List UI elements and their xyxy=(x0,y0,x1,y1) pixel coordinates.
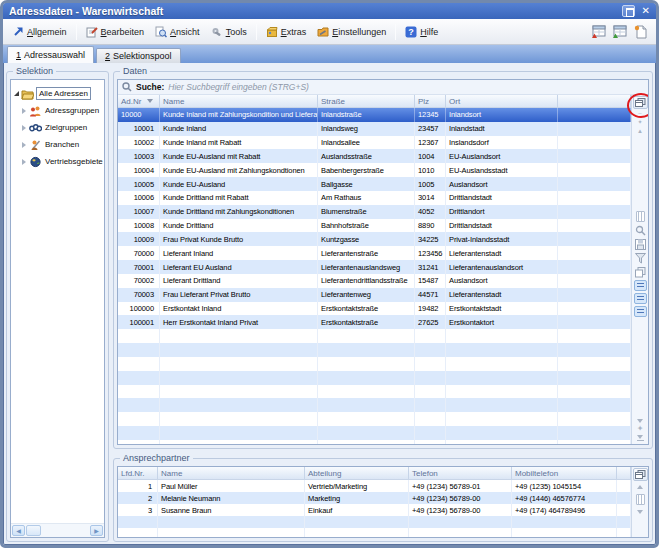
contact-row[interactable]: 1Paul MüllerVertrieb/Marketing+49 (1234)… xyxy=(118,480,631,492)
address-row[interactable] xyxy=(118,440,631,444)
address-row[interactable]: 10003Kunde EU-Ausland mit RabattAuslands… xyxy=(118,149,631,163)
address-row[interactable]: 10001Kunde InlandInlandsweg23457Inlandst… xyxy=(118,122,631,136)
table-import-icon[interactable] xyxy=(611,24,627,39)
chevron-right-icon[interactable] xyxy=(22,108,26,114)
address-row[interactable] xyxy=(118,398,631,412)
menu-item-tools[interactable]: Tools xyxy=(206,24,252,40)
address-row[interactable]: 10007Kunde Drittland mit Zahlungskonditi… xyxy=(118,205,631,219)
horizontal-scrollbar: ◀ ▶ xyxy=(11,523,104,537)
address-row[interactable] xyxy=(118,329,631,343)
address-row[interactable]: 100000Erstkontakt InlandErstkontaktstraß… xyxy=(118,302,631,316)
column-header-filler xyxy=(558,95,631,107)
address-row[interactable]: 10005Kunde EU-AuslandBallgasse1005Auslan… xyxy=(118,177,631,191)
address-row[interactable] xyxy=(118,412,631,426)
grid-tool-strip: – ✦ ▲ xyxy=(631,95,648,444)
address-row[interactable]: 70000Lieferant InlandLieferantenstraße12… xyxy=(118,246,631,260)
menu-item-bearbeiten[interactable]: Bearbeiten xyxy=(81,24,150,40)
restore-icon[interactable] xyxy=(622,5,635,17)
tab-adressauswahl[interactable]: 1 Adressauswahl xyxy=(7,46,94,63)
scroll-down-icon[interactable] xyxy=(637,419,643,423)
grip-icon[interactable] xyxy=(636,211,645,222)
scroll-left-button[interactable]: ◀ xyxy=(12,525,25,536)
menu-item-extras[interactable]: Extras xyxy=(261,24,312,40)
column-header-plz[interactable]: Plz xyxy=(415,95,446,107)
menu-item-ansicht[interactable]: Ansicht xyxy=(150,24,205,40)
column-header-telefon[interactable]: Telefon xyxy=(409,467,512,479)
address-row[interactable]: 10006Kunde Drittland mit RabattAm Rathau… xyxy=(118,191,631,205)
address-row-cell xyxy=(318,357,415,371)
list-view-icon[interactable] xyxy=(634,293,647,304)
address-row[interactable] xyxy=(118,357,631,371)
scroll-thumb[interactable] xyxy=(26,525,41,536)
scroll-down-icon[interactable] xyxy=(637,510,643,514)
scroll-end-icon[interactable] xyxy=(637,435,644,441)
column-header-strasse[interactable]: Straße xyxy=(318,95,415,107)
column-chooser-icon[interactable] xyxy=(633,468,648,481)
address-row-cell xyxy=(558,357,631,371)
address-row[interactable]: 100001Herr Erstkontakt Inland PrivatErst… xyxy=(118,315,631,329)
expander-open-icon[interactable] xyxy=(14,91,19,96)
column-header-lfdnr[interactable]: Lfd.Nr. xyxy=(118,467,158,479)
tree-item-adressgruppen[interactable]: Adressgruppen xyxy=(11,102,104,119)
contact-row[interactable]: 2Melanie NeumannMarketing+49 (1234) 5678… xyxy=(118,492,631,504)
close-icon[interactable]: ✕ xyxy=(642,5,650,17)
contact-row-cell: +49 (1234) 56789-01 xyxy=(409,480,512,492)
chevron-right-icon[interactable] xyxy=(22,125,26,131)
address-row[interactable] xyxy=(118,343,631,357)
tree-item-alle-adressen[interactable]: Alle Adressen xyxy=(11,85,104,102)
contact-row-cell xyxy=(512,528,617,537)
scroll-right-button[interactable]: ▶ xyxy=(90,525,103,536)
address-row[interactable] xyxy=(118,371,631,385)
address-row-cell: Kunde Inland xyxy=(160,122,318,136)
address-row[interactable]: 10000Kunde Inland mit Zahlungskondition … xyxy=(118,108,631,122)
tab-selektionspool[interactable]: 2 Selektionspool xyxy=(96,48,181,63)
address-row-cell xyxy=(558,232,631,246)
address-row[interactable]: 70001Lieferant EU AuslandLieferantenausl… xyxy=(118,260,631,274)
column-header-mobiltelefon[interactable]: Mobiltelefon xyxy=(512,467,617,479)
column-chooser-icon[interactable] xyxy=(633,96,648,109)
address-row[interactable]: 70003Frau Lieferant Privat BruttoLiefera… xyxy=(118,288,631,302)
menu-item-hilfe[interactable]: ? Hilfe xyxy=(400,24,443,40)
menu-item-einstellungen[interactable]: Einstellungen xyxy=(312,24,391,40)
scroll-top-icon[interactable]: ▲ xyxy=(637,127,643,136)
address-row[interactable]: 10009Frau Privat Kunde BruttoKuntzgasse3… xyxy=(118,232,631,246)
address-row[interactable] xyxy=(118,385,631,399)
column-header-name[interactable]: Name xyxy=(158,467,305,479)
filter-icon[interactable] xyxy=(634,252,647,264)
column-header-abteilung[interactable]: Abteilung xyxy=(305,467,409,479)
ansprechpartner-group: Ansprechpartner Lfd.Nr. Name Abteilung T… xyxy=(113,458,653,542)
tree-item-vertriebsgebiete[interactable]: Vertriebsgebiete xyxy=(11,153,104,170)
grip-icon[interactable] xyxy=(636,494,645,505)
contact-row[interactable] xyxy=(118,528,631,537)
address-row-cell xyxy=(118,329,160,343)
contact-row[interactable] xyxy=(118,516,631,528)
scroll-up-icon[interactable]: ✦ xyxy=(637,118,642,127)
title-bar: Adressdaten - Warenwirtschaft ✕ xyxy=(3,3,656,19)
plus-icon[interactable]: ✦ xyxy=(637,425,644,433)
address-row[interactable] xyxy=(118,426,631,440)
menu-item-allgemein[interactable]: Allgemein xyxy=(8,24,72,39)
address-row-cell xyxy=(558,163,631,177)
table-export-icon[interactable] xyxy=(590,24,606,39)
save-icon[interactable] xyxy=(634,238,647,250)
address-row[interactable]: 70002Lieferant DrittlandLieferantendritt… xyxy=(118,274,631,288)
search-small-icon[interactable] xyxy=(634,224,647,236)
tree-item-zielgruppen[interactable]: Zielgruppen xyxy=(11,119,104,136)
new-page-icon[interactable] xyxy=(632,24,648,39)
address-row-cell: Drittlandort xyxy=(446,205,558,219)
address-row[interactable]: 10004Kunde EU-Ausland mit Zahlungskondti… xyxy=(118,163,631,177)
list-view-icon[interactable] xyxy=(634,280,647,291)
address-row[interactable]: 10008Kunde DrittlandBahnhofstraße8890Dri… xyxy=(118,219,631,233)
contact-row[interactable]: 3Susanne BraunEinkauf+49 (1234) 56789-00… xyxy=(118,504,631,516)
tree-item-branchen[interactable]: Branchen xyxy=(11,136,104,153)
chevron-right-icon[interactable] xyxy=(22,142,26,148)
chevron-right-icon[interactable] xyxy=(22,159,26,165)
copy-icon[interactable] xyxy=(634,266,647,278)
column-header-name[interactable]: Name xyxy=(160,95,318,107)
search-input[interactable] xyxy=(168,82,644,92)
column-header-ort[interactable]: Ort xyxy=(446,95,558,107)
address-row[interactable]: 10002Kunde Inland mit RabattInlandsallee… xyxy=(118,136,631,150)
list-view-icon[interactable] xyxy=(634,306,647,317)
scroll-up-icon[interactable] xyxy=(637,485,643,489)
column-header-adnr[interactable]: Ad.Nr xyxy=(118,95,160,107)
